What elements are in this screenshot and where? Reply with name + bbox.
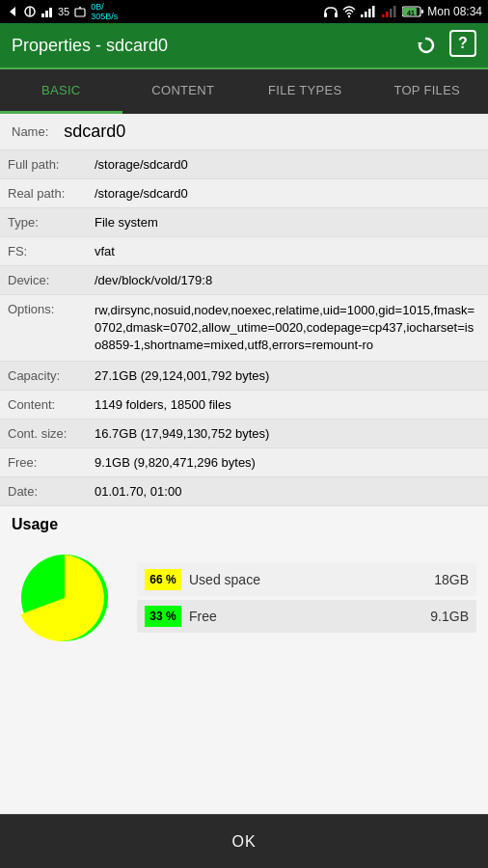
ok-button[interactable]: OK bbox=[193, 824, 294, 860]
free-color-box: 33 % bbox=[145, 606, 181, 627]
svg-rect-6 bbox=[75, 9, 85, 16]
refresh-icon bbox=[416, 35, 437, 56]
title-actions: ? bbox=[411, 30, 476, 61]
capacity-label: Capacity: bbox=[0, 362, 87, 389]
svg-marker-23 bbox=[418, 42, 422, 46]
svg-rect-13 bbox=[368, 9, 371, 17]
prop-free-row: Free: 9.1GB (9,820,471,296 bytes) bbox=[0, 448, 488, 477]
notification-icon bbox=[73, 5, 87, 18]
tab-content[interactable]: Content bbox=[122, 69, 245, 114]
free-row: 33 % Free 9.1GB bbox=[137, 600, 476, 633]
prop-real-path-row: Real path: /storage/sdcard0 bbox=[0, 179, 488, 208]
prop-type-row: Type: File system bbox=[0, 208, 488, 237]
svg-rect-15 bbox=[382, 14, 385, 17]
svg-text:41: 41 bbox=[407, 10, 415, 16]
used-value: 18GB bbox=[434, 572, 469, 587]
prop-options-row: Options: rw,dirsync,nosuid,nodev,noexec,… bbox=[0, 295, 488, 362]
headphones-icon bbox=[323, 5, 339, 18]
real-path-value: /storage/sdcard0 bbox=[87, 179, 488, 207]
svg-point-10 bbox=[348, 15, 350, 17]
type-value: File system bbox=[87, 208, 488, 236]
svg-rect-14 bbox=[372, 6, 375, 17]
device-label: Device: bbox=[0, 266, 87, 293]
fs-value: vfat bbox=[87, 237, 488, 265]
fs-label: FS: bbox=[0, 237, 87, 264]
pie-chart bbox=[12, 545, 118, 651]
free-legend-value: 9.1GB bbox=[430, 609, 469, 624]
tab-top-files[interactable]: Top files bbox=[366, 69, 489, 114]
refresh-button[interactable] bbox=[411, 30, 442, 61]
full-path-value: /storage/sdcard0 bbox=[87, 150, 488, 178]
prop-device-row: Device: /dev/block/vold/179:8 bbox=[0, 266, 488, 295]
prop-date-row: Date: 01.01.70, 01:00 bbox=[0, 477, 488, 506]
device-value: /dev/block/vold/179:8 bbox=[87, 266, 488, 294]
cont-size-label: Cont. size: bbox=[0, 420, 87, 447]
svg-rect-3 bbox=[41, 14, 44, 17]
used-row: 66 % Used space 18GB bbox=[137, 563, 476, 596]
used-label: Used space bbox=[189, 572, 426, 587]
prop-capacity-row: Capacity: 27.1GB (29,124,001,792 bytes) bbox=[0, 362, 488, 391]
free-legend-label: Free bbox=[189, 609, 422, 624]
type-label: Type: bbox=[0, 208, 87, 235]
svg-rect-5 bbox=[49, 8, 52, 17]
free-value: 9.1GB (9,820,471,296 bytes) bbox=[87, 448, 488, 476]
date-label: Date: bbox=[0, 477, 87, 504]
status-right: 41 Mon 08:34 bbox=[323, 5, 482, 18]
tab-basic[interactable]: Basic bbox=[0, 69, 122, 114]
back-icon bbox=[6, 5, 19, 18]
usage-section: Usage 66 % bbox=[0, 506, 488, 661]
used-color-box: 66 % bbox=[145, 569, 181, 590]
time-display: Mon 08:34 bbox=[427, 5, 482, 18]
signal-bars-icon bbox=[360, 5, 377, 18]
prop-full-path-row: Full path: /storage/sdcard0 bbox=[0, 150, 488, 179]
usage-title: Usage bbox=[12, 516, 476, 533]
used-pct: 66 % bbox=[149, 573, 176, 586]
svg-rect-16 bbox=[386, 12, 389, 17]
bottom-bar: OK bbox=[0, 814, 488, 868]
prop-content-row: Content: 1149 folders, 18500 files bbox=[0, 391, 488, 420]
svg-rect-9 bbox=[335, 13, 338, 17]
prop-name-row: Name: sdcard0 bbox=[0, 114, 488, 150]
prop-fs-row: FS: vfat bbox=[0, 237, 488, 266]
usb-icon bbox=[23, 5, 37, 18]
svg-rect-21 bbox=[421, 10, 423, 14]
free-label: Free: bbox=[0, 448, 87, 475]
signal-bars2-icon bbox=[381, 5, 398, 18]
status-left: 35 0B/305B/s bbox=[6, 2, 118, 21]
svg-marker-0 bbox=[10, 7, 15, 16]
date-value: 01.01.70, 01:00 bbox=[87, 477, 488, 505]
name-label: Name: bbox=[12, 124, 48, 139]
svg-rect-8 bbox=[324, 13, 327, 17]
battery-level: 35 bbox=[58, 6, 69, 17]
svg-rect-18 bbox=[393, 6, 396, 17]
prop-cont-size-row: Cont. size: 16.7GB (17,949,130,752 bytes… bbox=[0, 420, 488, 448]
pie-chart-svg bbox=[12, 545, 118, 651]
content-area: Name: sdcard0 Full path: /storage/sdcard… bbox=[0, 114, 488, 814]
usage-chart-area: 66 % Used space 18GB 33 % Free 9.1GB bbox=[12, 545, 476, 651]
content-label: Content: bbox=[0, 391, 87, 418]
real-path-label: Real path: bbox=[0, 179, 87, 206]
data-speed: 0B/305B/s bbox=[91, 2, 118, 21]
title-bar: Properties - sdcard0 ? bbox=[0, 23, 488, 69]
capacity-value: 27.1GB (29,124,001,792 bytes) bbox=[87, 362, 488, 390]
tab-bar: Basic Content File Types Top files bbox=[0, 69, 488, 114]
full-path-label: Full path: bbox=[0, 150, 87, 177]
tab-file-types[interactable]: File Types bbox=[244, 69, 366, 114]
svg-rect-11 bbox=[361, 14, 364, 17]
free-pct: 33 % bbox=[149, 610, 176, 623]
options-label: Options: bbox=[0, 295, 87, 322]
svg-rect-12 bbox=[365, 12, 367, 17]
wifi-icon bbox=[342, 5, 356, 18]
usage-legend: 66 % Used space 18GB 33 % Free 9.1GB bbox=[137, 563, 476, 633]
help-button[interactable]: ? bbox=[449, 30, 476, 57]
svg-rect-4 bbox=[45, 11, 48, 17]
cont-size-value: 16.7GB (17,949,130,752 bytes) bbox=[87, 420, 488, 448]
signal-icon bbox=[41, 5, 54, 18]
options-value: rw,dirsync,nosuid,nodev,noexec,relatime,… bbox=[87, 295, 488, 361]
svg-rect-17 bbox=[390, 9, 393, 17]
page-title: Properties - sdcard0 bbox=[12, 36, 168, 56]
help-icon: ? bbox=[458, 35, 468, 52]
status-bar: 35 0B/305B/s bbox=[0, 0, 488, 23]
content-value: 1149 folders, 18500 files bbox=[87, 391, 488, 419]
battery-icon: 41 bbox=[402, 5, 423, 18]
